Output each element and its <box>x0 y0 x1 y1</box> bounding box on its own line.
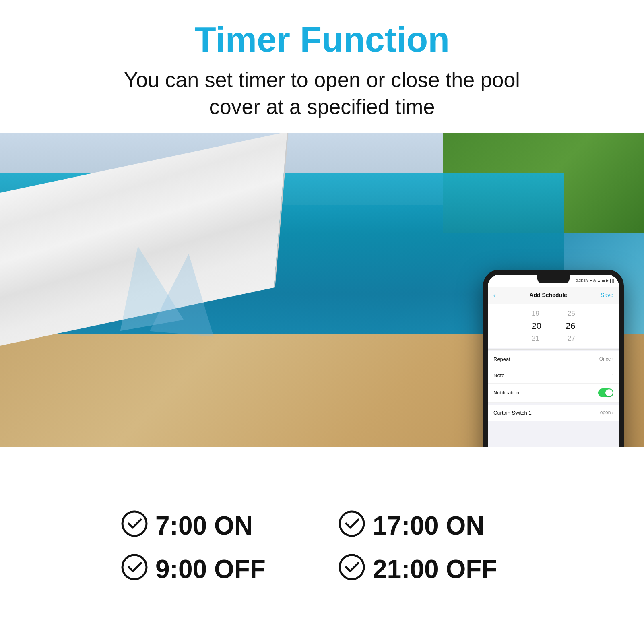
bottom-section: 7:00 ON 17:00 ON <box>0 447 644 644</box>
page-title: Timer Function <box>32 20 612 59</box>
timer-label-3: 9:00 OFF <box>155 554 266 584</box>
phone-mockup: 0.3KB/s ● ◎ ▲ ☰ ▶ ▌▌ ‹ Add Schedule Save <box>483 270 624 447</box>
svg-point-2 <box>340 512 364 536</box>
timer-item-4: 21:00 OFF <box>338 553 523 585</box>
hour-next: 21 <box>532 334 539 343</box>
time-row-bottom: 21 27 <box>488 333 619 344</box>
timer-item-3: 9:00 OFF <box>121 553 306 585</box>
time-row-top: 19 25 <box>488 308 619 319</box>
time-picker[interactable]: 19 25 20 26 21 <box>488 304 619 348</box>
nav-title: Add Schedule <box>529 292 567 298</box>
note-label: Note <box>493 372 504 378</box>
phone-screen: 0.3KB/s ● ◎ ▲ ☰ ▶ ▌▌ ‹ Add Schedule Save <box>488 275 619 447</box>
curtain-switch-text: open <box>600 410 611 415</box>
phone-shell: 0.3KB/s ● ◎ ▲ ☰ ▶ ▌▌ ‹ Add Schedule Save <box>483 270 624 447</box>
hour-selected: 20 <box>532 321 541 331</box>
toggle-knob <box>605 389 613 396</box>
timer-item-1: 7:00 ON <box>121 510 306 541</box>
time-row-selected: 20 26 <box>488 319 619 333</box>
minute-prev: 25 <box>568 310 575 318</box>
note-chevron-icon: › <box>612 373 613 378</box>
phone-notch <box>537 275 570 283</box>
notification-label: Notification <box>493 390 519 396</box>
repeat-text: Once <box>599 356 611 362</box>
minute-selected: 26 <box>566 321 575 331</box>
repeat-value: Once › <box>599 356 613 362</box>
hour-prev: 19 <box>532 310 539 318</box>
status-icons: ● ◎ ▲ ☰ ▶ ▌▌ <box>590 279 615 283</box>
repeat-label: Repeat <box>493 356 510 362</box>
notification-row[interactable]: Notification <box>488 384 619 402</box>
svg-point-4 <box>340 555 364 579</box>
minute-next: 27 <box>568 334 575 343</box>
status-speed: 0.3KB/s <box>576 279 589 283</box>
curtain-switch-row[interactable]: Curtain Switch 1 open › <box>488 405 619 421</box>
timer-items-grid: 7:00 ON 17:00 ON <box>121 510 523 585</box>
note-row[interactable]: Note › <box>488 367 619 384</box>
pool-image-section: 0.3KB/s ● ◎ ▲ ☰ ▶ ▌▌ ‹ Add Schedule Save <box>0 133 644 447</box>
notification-toggle[interactable] <box>598 388 613 397</box>
header-section: Timer Function You can set timer to open… <box>0 0 644 133</box>
light-beam-2 <box>150 251 221 336</box>
repeat-chevron-icon: › <box>612 357 613 361</box>
curtain-switch-value: open › <box>600 410 613 415</box>
svg-point-1 <box>122 512 147 536</box>
timer-item-2: 17:00 ON <box>338 510 523 541</box>
divider-1 <box>488 349 619 350</box>
checkmark-icon-4 <box>338 553 365 585</box>
note-value: › <box>612 373 613 378</box>
timer-label-1: 7:00 ON <box>155 511 253 541</box>
curtain-chevron-icon: › <box>612 410 613 415</box>
phone-nav-bar: ‹ Add Schedule Save <box>488 287 619 304</box>
checkmark-icon-1 <box>121 510 148 541</box>
svg-point-3 <box>122 555 147 579</box>
checkmark-icon-3 <box>121 553 148 585</box>
page-container: Timer Function You can set timer to open… <box>0 0 644 644</box>
save-button[interactable]: Save <box>601 292 613 298</box>
curtain-switch-label: Curtain Switch 1 <box>493 410 532 416</box>
checkmark-icon-2 <box>338 510 365 541</box>
back-button[interactable]: ‹ <box>493 291 496 299</box>
repeat-row[interactable]: Repeat Once › <box>488 351 619 367</box>
timer-label-2: 17:00 ON <box>373 511 484 541</box>
page-subtitle: You can set timer to open or close the p… <box>32 66 612 121</box>
pool-background: 0.3KB/s ● ◎ ▲ ☰ ▶ ▌▌ ‹ Add Schedule Save <box>0 133 644 447</box>
timer-label-4: 21:00 OFF <box>373 554 497 584</box>
